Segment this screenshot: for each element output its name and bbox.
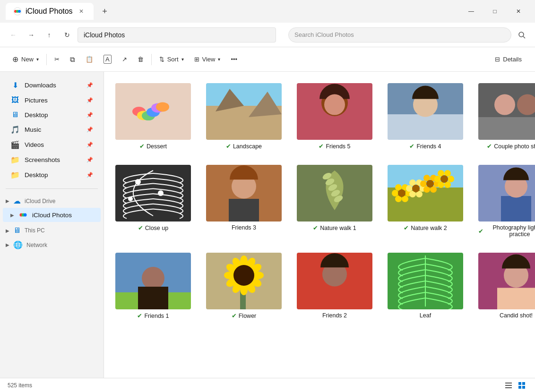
rename-button[interactable]: A: [99, 51, 116, 68]
photo-item-close-up[interactable]: ✔Close up: [112, 161, 195, 241]
photo-item-candid-shot[interactable]: Candid shot!: [475, 249, 535, 323]
sidebar-group-icloud-drive[interactable]: ▶ ☁ iCloud Drive: [0, 193, 104, 207]
delete-button[interactable]: 🗑: [133, 51, 148, 68]
search-button[interactable]: [514, 27, 529, 43]
sidebar-label-screenshots: Screenshots: [25, 156, 60, 163]
expand-icon-icloud-photos: ▶: [10, 213, 14, 218]
photo-label-friends3: Friends 3: [232, 224, 256, 231]
share-icon: ↗: [122, 56, 127, 63]
photo-thumb-dessert: [115, 83, 191, 140]
photo-item-nature-walk2[interactable]: ✔Nature walk 2: [384, 161, 467, 241]
photo-thumb-friends3: [206, 165, 282, 222]
details-icon: ⊟: [495, 56, 500, 63]
photo-thumb-leaf: [388, 253, 463, 309]
close-window-button[interactable]: ✕: [508, 4, 529, 19]
share-button[interactable]: ↗: [117, 51, 132, 68]
photo-text-close-up: Close up: [145, 225, 168, 231]
sidebar-item-music[interactable]: 🎵 Music 📌: [3, 122, 101, 137]
forward-button[interactable]: →: [24, 27, 39, 43]
icloud-drive-group-icon: ☁: [13, 196, 21, 205]
active-tab[interactable]: iCloud Photos ✕: [6, 3, 94, 20]
photo-thumb-candid-shot: [478, 253, 535, 309]
photo-item-couple-photo-shoot[interactable]: ✔Couple photo shoot: [475, 79, 535, 153]
new-tab-button[interactable]: +: [97, 4, 112, 19]
rename-icon: A: [104, 55, 112, 64]
photo-thumb-nature-walk2: [388, 165, 463, 222]
photo-item-friends3[interactable]: Friends 3: [202, 161, 285, 241]
photo-label-candid-shot: Candid shot!: [500, 312, 533, 319]
downloads-icon: ⬇: [10, 81, 20, 90]
search-field[interactable]: Search iCloud Photos: [288, 27, 511, 43]
photo-item-friends5[interactable]: ✔Friends 5: [293, 79, 376, 153]
photo-thumb-friends2: [297, 253, 372, 309]
check-icon-dessert: ✔: [139, 143, 145, 150]
refresh-button[interactable]: ↻: [60, 27, 75, 43]
pinned-section: ⬇ Downloads 📌 🖼 Pictures 📌 🖥 Desktop 📌 🎵…: [0, 77, 104, 183]
main-layout: ⬇ Downloads 📌 🖼 Pictures 📌 🖥 Desktop 📌 🎵…: [0, 72, 535, 378]
network-icon: 🌐: [13, 240, 23, 249]
new-button[interactable]: ⊕ New ▾: [8, 51, 43, 68]
view-dropdown-icon: ▾: [218, 57, 220, 62]
svg-rect-13: [522, 382, 525, 385]
sidebar-group-network[interactable]: ▶ 🌐 Network: [0, 237, 104, 251]
photo-text-friends3: Friends 3: [232, 224, 256, 231]
check-icon-flower: ✔: [232, 312, 237, 319]
photo-item-friends2[interactable]: Friends 2: [293, 249, 376, 323]
screenshots-icon: 📁: [10, 155, 20, 164]
maximize-button[interactable]: □: [484, 4, 506, 19]
back-button[interactable]: ←: [6, 27, 21, 43]
photo-item-nature-walk1[interactable]: ✔Nature walk 1: [293, 161, 376, 241]
sidebar-item-videos[interactable]: 🎬 Videos 📌: [3, 137, 101, 152]
photo-text-nature-walk1: Nature walk 1: [320, 225, 356, 231]
photo-item-friends4[interactable]: ✔Friends 4: [384, 79, 467, 153]
sidebar-item-desktop2[interactable]: 📁 Desktop 📌: [3, 168, 101, 182]
details-button[interactable]: ⊟ Details: [489, 51, 527, 68]
photo-item-flower[interactable]: ✔Flower: [202, 249, 285, 323]
paste-button[interactable]: 📋: [81, 51, 98, 68]
sidebar-item-downloads[interactable]: ⬇ Downloads 📌: [3, 78, 101, 93]
photo-thumb-couple-photo-shoot: [478, 83, 535, 140]
address-field[interactable]: iCloud Photos: [78, 27, 276, 43]
pin-icon-downloads: 📌: [86, 82, 93, 88]
status-bar: 525 items: [0, 378, 535, 392]
content-grid: ✔Dessert✔Landscape✔Friends 5✔Friends 4✔C…: [104, 72, 535, 378]
photo-item-photography-lighting-practice[interactable]: ✔Photography lighting practice: [475, 161, 535, 241]
grid-view-button[interactable]: [516, 380, 527, 391]
photo-thumb-friends5: [297, 83, 372, 140]
check-icon-nature-walk2: ✔: [404, 224, 409, 231]
toolbar-separator-2: [151, 54, 152, 65]
photo-text-friends2: Friends 2: [322, 312, 347, 319]
photo-item-leaf[interactable]: Leaf: [384, 249, 467, 323]
this-pc-icon: 🖥: [13, 226, 21, 235]
photo-label-friends4: ✔Friends 4: [409, 143, 441, 150]
close-tab-button[interactable]: ✕: [77, 7, 86, 16]
photo-item-friends1[interactable]: ✔Friends 1: [112, 249, 195, 323]
sidebar-item-desktop1[interactable]: 🖥 Desktop 📌: [3, 108, 101, 122]
paste-icon: 📋: [86, 56, 93, 63]
minimize-button[interactable]: —: [460, 4, 482, 19]
sidebar-item-pictures[interactable]: 🖼 Pictures 📌: [3, 93, 101, 107]
up-button[interactable]: ↑: [42, 27, 57, 43]
photo-item-landscape[interactable]: ✔Landscape: [202, 79, 285, 153]
pin-icon-videos: 📌: [86, 142, 93, 148]
more-button[interactable]: •••: [226, 51, 242, 68]
title-bar: iCloud Photos ✕ + — □ ✕: [0, 0, 535, 23]
grid-view-icon: [518, 382, 526, 389]
photo-label-friends1: ✔Friends 1: [137, 312, 169, 319]
sidebar-item-screenshots[interactable]: 📁 Screenshots 📌: [3, 153, 101, 167]
photo-thumb-friends4: [388, 83, 463, 140]
view-button[interactable]: ⊞ View ▾: [190, 51, 225, 68]
photo-text-friends4: Friends 4: [416, 143, 441, 150]
sidebar-group-this-pc[interactable]: ▶ 🖥 This PC: [0, 222, 104, 237]
list-view-button[interactable]: [503, 380, 514, 391]
sidebar-item-icloud-photos[interactable]: ▶ iCloud Photos: [3, 208, 101, 222]
copy-button[interactable]: ⧉: [65, 51, 80, 68]
photo-label-friends5: ✔Friends 5: [319, 143, 350, 150]
pin-icon-desktop2: 📌: [86, 172, 93, 178]
cut-button[interactable]: ✂: [50, 51, 64, 68]
icloud-tab-icon: [13, 7, 22, 16]
photo-item-dessert[interactable]: ✔Dessert: [112, 79, 195, 153]
sort-button[interactable]: ⇅ Sort ▾: [155, 51, 189, 68]
expand-icon-network: ▶: [6, 242, 9, 247]
photo-label-photography-lighting-practice: ✔Photography lighting practice: [478, 224, 535, 238]
